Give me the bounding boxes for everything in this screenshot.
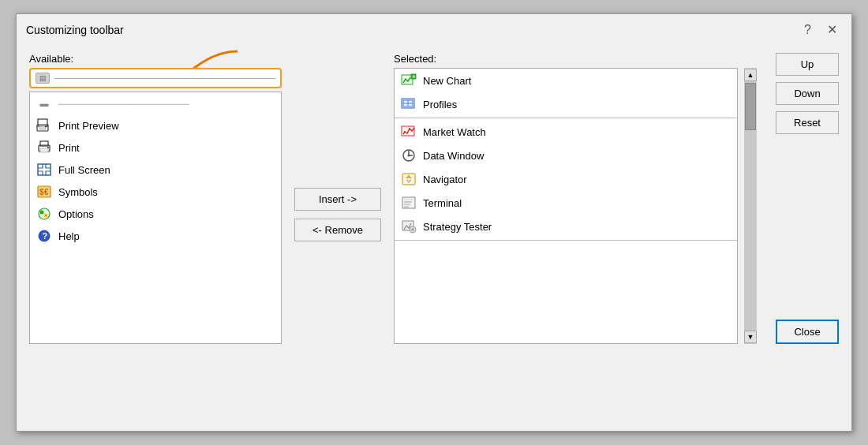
help-label: Help: [58, 230, 80, 242]
navigator-label: Navigator: [423, 174, 467, 185]
svg-point-28: [409, 128, 410, 129]
svg-point-4: [45, 126, 47, 128]
svg-rect-1: [38, 119, 47, 126]
new-chart-label: New Chart: [423, 75, 471, 87]
bottom-right-area: Up Down Reset Close: [776, 53, 839, 344]
print-label: Print: [58, 142, 80, 154]
available-label: Available:: [29, 53, 282, 65]
symbols-label: Symbols: [58, 186, 98, 198]
middle-buttons-panel: Insert -> <- Remove: [294, 53, 381, 344]
help-button[interactable]: ?: [799, 21, 816, 39]
selected-item-market-watch[interactable]: Market Watch: [395, 120, 737, 144]
scroll-track: [745, 81, 756, 331]
strategy-tester-icon: [401, 219, 417, 234]
svg-point-32: [408, 155, 410, 157]
svg-point-16: [45, 215, 47, 216]
help-icon-item: ?: [36, 228, 52, 244]
selected-item-strategy-tester[interactable]: Strategy Tester: [395, 215, 737, 238]
separator-label: ──────────────────: [58, 98, 189, 110]
available-item-print-preview[interactable]: Print Preview: [30, 114, 281, 136]
available-item-separator[interactable]: ▬ ──────────────────: [30, 92, 281, 114]
svg-text:+: +: [413, 74, 416, 80]
search-box[interactable]: ▤: [29, 68, 282, 88]
svg-point-14: [40, 211, 44, 215]
available-item-help[interactable]: ? Help: [30, 225, 281, 247]
title-bar: Customizing toolbar ? ✕: [17, 14, 851, 43]
selected-item-navigator[interactable]: Navigator: [395, 167, 737, 191]
available-item-print[interactable]: Print: [30, 136, 281, 159]
selected-item-data-window[interactable]: Data Window: [395, 144, 737, 167]
symbols-icon: $ €: [36, 184, 52, 200]
selected-panel: Selected: + New Chart: [394, 53, 757, 344]
strategy-tester-label: Strategy Tester: [423, 221, 492, 233]
svg-text:€: €: [44, 188, 49, 196]
full-screen-icon: [36, 162, 52, 178]
print-icon: [36, 140, 52, 155]
remove-button[interactable]: <- Remove: [294, 219, 381, 241]
selected-list[interactable]: + New Chart: [394, 68, 738, 344]
dialog-body: Available: ▤ ▬ ──────────────────: [17, 43, 851, 357]
reset-button[interactable]: Reset: [776, 111, 839, 134]
options-icon: [36, 206, 52, 222]
full-screen-label: Full Screen: [58, 164, 110, 176]
search-line: [54, 78, 275, 79]
data-window-label: Data Window: [423, 150, 484, 162]
svg-point-8: [47, 147, 49, 148]
selected-item-profiles[interactable]: Profiles: [395, 92, 737, 116]
scroll-up-arrow[interactable]: ▲: [744, 69, 757, 81]
print-preview-icon: [36, 118, 52, 133]
insert-button[interactable]: Insert ->: [294, 188, 381, 211]
svg-point-13: [39, 208, 50, 219]
terminal-icon: [401, 195, 417, 211]
data-window-icon: [401, 148, 417, 163]
window-close-button[interactable]: ✕: [822, 21, 842, 39]
market-watch-label: Market Watch: [423, 126, 486, 138]
selected-item-terminal[interactable]: Terminal: [395, 191, 737, 215]
svg-rect-7: [40, 148, 48, 152]
scrollbar[interactable]: ▲ ▼: [744, 68, 757, 344]
profiles-icon: [401, 96, 417, 112]
svg-rect-3: [39, 126, 46, 129]
profiles-label: Profiles: [423, 99, 457, 110]
up-button[interactable]: Up: [776, 53, 839, 76]
print-preview-label: Print Preview: [58, 120, 119, 132]
customizing-toolbar-dialog: Customizing toolbar ? ✕ Available: ▤: [16, 13, 852, 432]
svg-rect-9: [38, 164, 51, 175]
available-item-full-screen[interactable]: Full Screen: [30, 159, 281, 181]
separator-2: [395, 240, 737, 241]
separator-icon: ▬: [36, 95, 52, 111]
options-label: Options: [58, 208, 94, 220]
scroll-thumb[interactable]: [745, 83, 756, 130]
svg-point-27: [404, 131, 406, 133]
svg-text:?: ?: [43, 231, 48, 241]
search-icon: ▤: [36, 73, 50, 84]
new-chart-icon: +: [401, 73, 417, 88]
available-list[interactable]: ▬ ────────────────── Print Preview: [29, 92, 282, 344]
right-action-buttons: Up Down Reset Close: [776, 53, 839, 344]
available-item-symbols[interactable]: $ € Symbols: [30, 181, 281, 203]
available-panel: Available: ▤ ▬ ──────────────────: [29, 53, 282, 344]
available-item-options[interactable]: Options: [30, 203, 281, 225]
terminal-label: Terminal: [423, 197, 462, 209]
down-button[interactable]: Down: [776, 82, 839, 105]
navigator-icon: [401, 171, 417, 187]
separator-1: [395, 118, 737, 118]
selected-item-new-chart[interactable]: + New Chart: [395, 69, 737, 92]
title-bar-buttons: ? ✕: [799, 21, 842, 39]
top-action-buttons: Up Down Reset: [776, 53, 839, 134]
close-dialog-button[interactable]: Close: [776, 320, 839, 344]
dialog-title: Customizing toolbar: [26, 24, 124, 36]
selected-list-container: + New Chart: [394, 68, 757, 344]
scroll-down-arrow[interactable]: ▼: [744, 331, 757, 343]
market-watch-icon: [401, 124, 417, 140]
selected-label: Selected:: [394, 53, 757, 65]
